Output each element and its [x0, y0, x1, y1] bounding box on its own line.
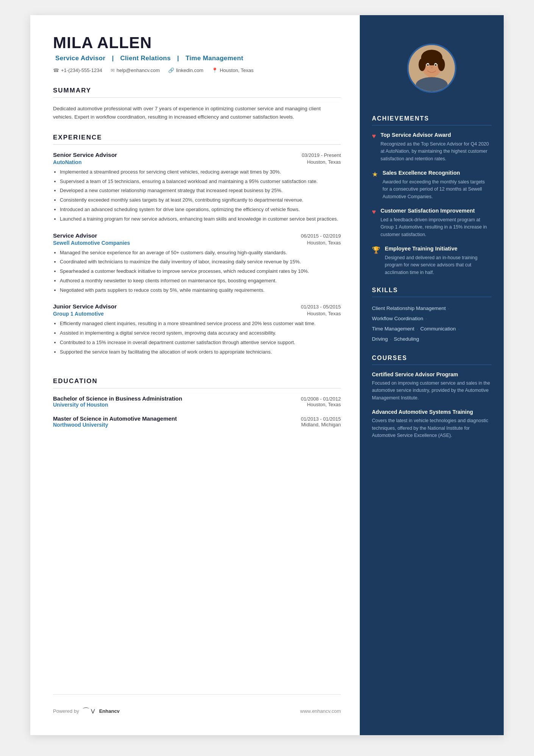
bullet: Managed the service experience for an av… [60, 249, 341, 257]
experience-title: EXPERIENCE [53, 134, 341, 145]
skill-crm: Client Relationship Management [372, 303, 446, 313]
exp-date-0: 03/2019 - Present [302, 152, 341, 158]
achievement-title-1: Sales Excellence Recognition [383, 169, 492, 177]
linkedin-value: linkedin.com [176, 67, 203, 73]
footer-logo-icon: ⌒∨ [82, 706, 96, 716]
phone-contact: ☎ +1-(234)-555-1234 [53, 67, 102, 73]
skill-line-0: Client Relationship Management · [372, 303, 492, 313]
title-sep-1: | [112, 55, 116, 62]
footer-website: www.enhancv.com [300, 708, 341, 714]
edu-entry-1: Master of Science in Automotive Manageme… [53, 415, 341, 428]
email-value: help@enhancv.com [117, 67, 160, 73]
location-value: Houston, Texas [220, 67, 253, 73]
achievement-icon-0: ♥ [372, 132, 376, 163]
education-section: EDUCATION Bachelor of Science in Busines… [53, 377, 341, 435]
email-icon: ✉ [111, 67, 115, 73]
exp-subheader-1: Sewell Automotive Companies Houston, Tex… [53, 240, 341, 246]
exp-header-1: Service Advisor 06/2015 - 02/2019 [53, 232, 341, 239]
achievement-2: ♥ Customer Satisfaction Improvement Led … [372, 207, 492, 238]
courses-title: COURSES [372, 355, 492, 365]
footer-powered-by: Powered by [53, 708, 79, 714]
bullet: Assisted in implementing a digital servi… [60, 329, 341, 337]
edu-degree-0: Bachelor of Science in Business Administ… [53, 395, 182, 402]
skill-line-1: Workflow Coordination · [372, 313, 492, 324]
page-wrapper: MILA ALLEN Service Advisor | Client Rela… [0, 0, 534, 756]
bullet: Introduced an advanced scheduling system… [60, 206, 341, 214]
achievement-icon-2: ♥ [372, 208, 376, 238]
exp-location-2: Houston, Texas [307, 311, 341, 317]
svg-point-10 [435, 64, 437, 66]
exp-header-2: Junior Service Advisor 01/2013 - 05/2015 [53, 303, 341, 310]
bullet: Supervised a team of 15 technicians, ens… [60, 178, 341, 186]
header: MILA ALLEN Service Advisor | Client Rela… [53, 34, 341, 73]
candidate-name: MILA ALLEN [53, 34, 341, 52]
achievement-desc-3: Designed and delivered an in-house train… [385, 254, 492, 276]
achievement-body-1: Sales Excellence Recognition Awarded for… [383, 169, 492, 200]
edu-location-0: Houston, Texas [307, 402, 341, 408]
title-sep-2: | [177, 55, 181, 62]
right-content: ACHIEVEMENTS ♥ Top Service Advisor Award… [360, 106, 504, 465]
achievement-0: ♥ Top Service Advisor Award Recognized a… [372, 131, 492, 163]
course-desc-1: Covers the latest in vehicle technologie… [372, 417, 492, 439]
course-desc-0: Focused on improving customer service an… [372, 380, 492, 402]
location-icon: 📍 [212, 67, 218, 73]
skill-line-3: Driving · Scheduling [372, 334, 492, 344]
achievement-3: 🏆 Employee Training Initiative Designed … [372, 245, 492, 276]
exp-company-0: AutoNation [53, 159, 81, 165]
profile-photo [409, 44, 455, 93]
bullet: Supported the service team by facilitati… [60, 348, 341, 356]
skill-dot: · [417, 324, 418, 334]
skill-scheduling: Scheduling [394, 334, 419, 344]
title-part-1: Service Advisor [55, 55, 105, 62]
exp-role-2: Junior Service Advisor [53, 303, 117, 310]
footer-brand: Powered by ⌒∨ Enhancv [53, 706, 120, 716]
exp-date-1: 06/2015 - 02/2019 [301, 233, 341, 239]
achievement-icon-1: ★ [372, 170, 378, 200]
contact-bar: ☎ +1-(234)-555-1234 ✉ help@enhancv.com 🔗… [53, 67, 341, 73]
candidate-title: Service Advisor | Client Relations | Tim… [53, 55, 341, 62]
exp-bullets-0: Implemented a streamlined process for se… [53, 168, 341, 223]
achievement-desc-2: Led a feedback-driven improvement progra… [381, 216, 492, 238]
footer-brand-name: Enhancv [99, 708, 120, 714]
exp-entry-2: Junior Service Advisor 01/2013 - 05/2015… [53, 303, 341, 356]
exp-subheader-2: Group 1 Automotive Houston, Texas [53, 311, 341, 317]
achievement-icon-3: 🏆 [372, 246, 380, 276]
bullet: Developed a new customer relationship ma… [60, 187, 341, 195]
bullet: Spearheaded a customer feedback initiati… [60, 268, 341, 275]
skill-driving: Driving [372, 334, 388, 344]
edu-header-1: Master of Science in Automotive Manageme… [53, 415, 341, 422]
skill-dot: · [448, 303, 450, 313]
photo-circle [407, 44, 456, 93]
skill-line-2: Time Management · Communication · [372, 324, 492, 334]
achievement-1: ★ Sales Excellence Recognition Awarded f… [372, 169, 492, 200]
exp-subheader-0: AutoNation Houston, Texas [53, 159, 341, 165]
photo-area [360, 15, 504, 106]
left-panel: MILA ALLEN Service Advisor | Client Rela… [30, 15, 360, 735]
edu-entry-0: Bachelor of Science in Business Administ… [53, 395, 341, 408]
edu-header-0: Bachelor of Science in Business Administ… [53, 395, 341, 402]
skill-dot: · [426, 313, 427, 324]
achievements-section: ACHIEVEMENTS ♥ Top Service Advisor Award… [372, 115, 492, 276]
svg-point-4 [438, 58, 445, 71]
skill-dot: · [458, 324, 460, 334]
title-part-3: Time Management [186, 55, 244, 62]
skill-workflow: Workflow Coordination [372, 313, 423, 324]
achievement-body-2: Customer Satisfaction Improvement Led a … [381, 207, 492, 238]
skill-dot: · [390, 334, 392, 344]
skill-time: Time Management [372, 324, 414, 334]
achievement-desc-1: Awarded for exceeding the monthly sales … [383, 178, 492, 200]
achievement-body-0: Top Service Advisor Award Recognized as … [381, 131, 492, 163]
exp-date-2: 01/2013 - 05/2015 [301, 304, 341, 310]
exp-bullets-2: Efficiently managed client inquiries, re… [53, 320, 341, 356]
bullet: Implemented a streamlined process for se… [60, 168, 341, 176]
exp-company-1: Sewell Automotive Companies [53, 240, 130, 246]
location-contact: 📍 Houston, Texas [212, 67, 253, 73]
experience-section: EXPERIENCE Senior Service Advisor 03/201… [53, 134, 341, 365]
exp-location-0: Houston, Texas [307, 159, 341, 165]
summary-section: SUMMARY Dedicated automotive professiona… [53, 87, 341, 122]
edu-location-1: Midland, Michigan [301, 422, 341, 428]
skills-section: SKILLS Client Relationship Management · … [372, 287, 492, 344]
exp-role-1: Service Advisor [53, 232, 97, 239]
exp-role-0: Senior Service Advisor [53, 152, 117, 158]
skills-title: SKILLS [372, 287, 492, 297]
